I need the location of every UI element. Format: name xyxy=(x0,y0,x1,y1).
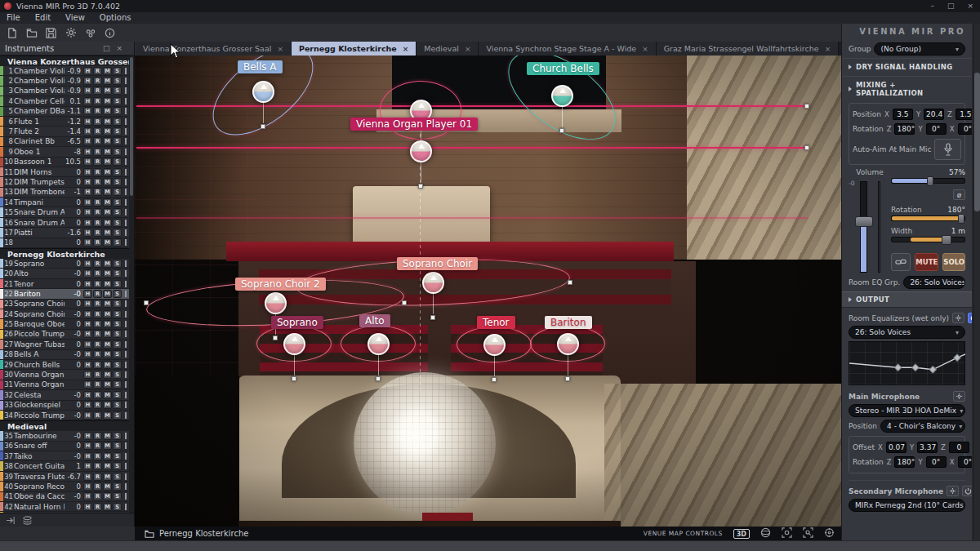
source-handle[interactable] xyxy=(565,376,570,381)
source-label-alto[interactable]: Alto xyxy=(359,314,390,327)
source-handle[interactable] xyxy=(418,184,423,189)
instrument-row-piatti[interactable]: 17Piatti-1.6HRMS xyxy=(0,228,130,238)
instrument-row-flute-2[interactable]: 7Flute 2-1.4HRMS xyxy=(0,127,130,136)
source-marker-vienna-organ-player-01-2[interactable] xyxy=(410,140,432,162)
boundary-handle[interactable] xyxy=(804,145,809,150)
tab-medieval[interactable]: Medieval× xyxy=(416,42,479,56)
instrument-m-button[interactable]: M xyxy=(103,340,112,349)
instrument-row-soprano-choir-2[interactable]: 24Soprano Choir 2-0HRMS xyxy=(0,309,130,319)
instrument-h-button[interactable]: H xyxy=(83,401,92,409)
instrument-s-button[interactable]: S xyxy=(113,198,122,207)
instrument-s-button[interactable]: S xyxy=(113,269,122,278)
instrument-row-tambourine[interactable]: 35Tambourine-0HRMS xyxy=(0,431,130,441)
instrument-row-flute-1[interactable]: 6Flute 1-1.2HRMS xyxy=(0,117,130,127)
venue-boundary-line[interactable] xyxy=(136,147,808,149)
instrument-row-glockenspiel[interactable]: 33Glockenspiel0HRMS xyxy=(0,401,130,411)
instrument-s-button[interactable]: S xyxy=(113,411,122,420)
instrument-r-button[interactable]: R xyxy=(93,462,102,470)
instrument-h-button[interactable]: H xyxy=(83,229,92,237)
instrument-s-button[interactable]: S xyxy=(113,67,122,75)
instrument-row-piccolo-trumpet-d[interactable]: 34Piccolo Trumpet D-0HRMS xyxy=(0,411,130,420)
instrument-h-button[interactable]: H xyxy=(83,107,92,115)
view-mode-3d-button[interactable]: 3D xyxy=(733,529,750,539)
auto-aim-mic-button[interactable] xyxy=(934,139,961,160)
secondary-mic-power-button[interactable] xyxy=(962,486,972,496)
instrument-s-button[interactable]: S xyxy=(113,330,122,338)
instrument-r-button[interactable]: R xyxy=(93,229,102,237)
instrument-row-tenor[interactable]: 21Tenor0HRMS xyxy=(0,279,130,289)
instrument-row-church-bells[interactable]: 29Church Bells0HRMS xyxy=(0,360,130,370)
instrument-s-button[interactable]: S xyxy=(113,492,122,500)
eq-node-handle[interactable] xyxy=(954,354,960,361)
panel-collapse-icon[interactable]: □ xyxy=(103,42,110,56)
instrument-m-button[interactable]: M xyxy=(103,148,112,156)
instrument-m-button[interactable]: M xyxy=(103,350,112,358)
instrument-s-button[interactable]: S xyxy=(113,97,122,105)
instrument-m-button[interactable]: M xyxy=(103,492,112,500)
dock-arrow-icon[interactable] xyxy=(6,516,16,525)
instrument-s-button[interactable]: S xyxy=(113,452,122,460)
instrument-m-button[interactable]: M xyxy=(103,198,112,207)
instrument-row-oboe-da-caccia[interactable]: 41Oboe da Caccia-0HRMS xyxy=(0,492,130,502)
instrument-h-button[interactable]: H xyxy=(83,87,92,95)
instrument-s-button[interactable]: S xyxy=(113,300,122,308)
instrument-m-button[interactable]: M xyxy=(103,77,112,85)
fit-view-icon[interactable] xyxy=(782,527,792,540)
instrument-s-button[interactable]: S xyxy=(113,118,122,126)
source-marker-soprano-choir-2[interactable] xyxy=(265,292,287,314)
instrument-h-button[interactable]: H xyxy=(83,482,92,491)
instrument-row-chamber-violas[interactable]: 3Chamber Violas-0.9HRMS xyxy=(0,87,130,96)
instrument-row-chamber-cellos[interactable]: 4Chamber Cellos0.1HRMS xyxy=(0,96,130,106)
instrument-h-button[interactable]: H xyxy=(83,452,92,460)
instrument-row-chamber-violins-ii[interactable]: 2Chamber Violins II-0.9HRMS xyxy=(0,76,130,86)
instrument-s-button[interactable]: S xyxy=(113,260,122,268)
source-label-soprano[interactable]: Soprano xyxy=(271,316,323,329)
instrument-row-snare-drum-a-2[interactable]: 16Snare Drum A 20HRMS xyxy=(0,218,130,228)
room-eq-settings-button[interactable] xyxy=(952,313,964,323)
eq-node-handle[interactable] xyxy=(894,364,901,371)
instrument-h-button[interactable]: H xyxy=(83,280,92,288)
position-z-field[interactable]: 1.5 xyxy=(956,109,972,120)
instrument-h-button[interactable]: H xyxy=(83,219,92,227)
venue-map[interactable]: Bells AChurch BellsVienna Organ Player 0… xyxy=(135,56,841,527)
volume-slider-handle[interactable] xyxy=(855,216,873,227)
instrument-m-button[interactable]: M xyxy=(103,462,112,470)
new-file-icon[interactable] xyxy=(6,27,18,39)
close-button[interactable]: × xyxy=(967,0,973,12)
instrument-row-timpani[interactable]: 14Timpani0HRMS xyxy=(0,198,130,207)
minimize-button[interactable]: – xyxy=(930,0,934,12)
instrument-r-button[interactable]: R xyxy=(93,127,102,136)
instrument-s-button[interactable]: S xyxy=(113,107,122,115)
instrument-s-button[interactable]: S xyxy=(113,473,122,481)
instrument-h-button[interactable]: H xyxy=(83,97,92,105)
instrument-r-button[interactable]: R xyxy=(93,432,102,440)
main-mic-settings-button[interactable] xyxy=(953,391,965,402)
instrument-row-bariton[interactable]: 22Bariton-0HRMS xyxy=(0,289,130,299)
instrument-s-button[interactable]: S xyxy=(113,229,122,237)
instrument-row-chamber-dbasses[interactable]: 5Chamber DBasses-1.1HRMS xyxy=(0,107,130,117)
instrument-s-button[interactable]: S xyxy=(113,280,122,288)
rotation-z-field[interactable]: 180° xyxy=(894,123,915,135)
instrument-row-clarinet-bb[interactable]: 8Clarinet Bb-6.5HRMS xyxy=(0,137,130,147)
instrument-r-button[interactable]: R xyxy=(93,208,102,216)
instrument-r-button[interactable]: R xyxy=(93,87,102,95)
instrument-row-traversa-flute[interactable]: 39Traversa Flute-6.7HRMS xyxy=(0,472,130,482)
instrument-r-button[interactable]: R xyxy=(93,473,102,481)
instrument-m-button[interactable]: M xyxy=(103,107,112,115)
instrument-m-button[interactable]: M xyxy=(103,137,112,145)
instrument-h-button[interactable]: H xyxy=(83,492,92,500)
instrument-m-button[interactable]: M xyxy=(103,67,112,75)
instrument-row-soprano-choir[interactable]: 23Soprano Choir0HRMS xyxy=(0,300,130,309)
volume-slider[interactable] xyxy=(860,181,867,273)
instrument-row-celesta[interactable]: 32Celesta-0HRMS xyxy=(0,390,130,400)
instrument-s-button[interactable]: S xyxy=(113,503,122,511)
source-marker-soprano[interactable] xyxy=(283,333,305,355)
instrument-r-button[interactable]: R xyxy=(93,290,102,298)
instrument-row-oboe-1[interactable]: 9Oboe 1-8HRMS xyxy=(0,147,130,157)
instrument-r-button[interactable]: R xyxy=(93,320,102,328)
speaker-config-icon[interactable] xyxy=(84,27,96,39)
instrument-m-button[interactable]: M xyxy=(103,361,112,369)
instrument-row-bassoon-1[interactable]: 10Bassoon 110.5HRMS xyxy=(0,158,130,167)
instrument-r-button[interactable]: R xyxy=(93,118,102,126)
offset-x-field[interactable]: 0.07 xyxy=(886,442,906,453)
